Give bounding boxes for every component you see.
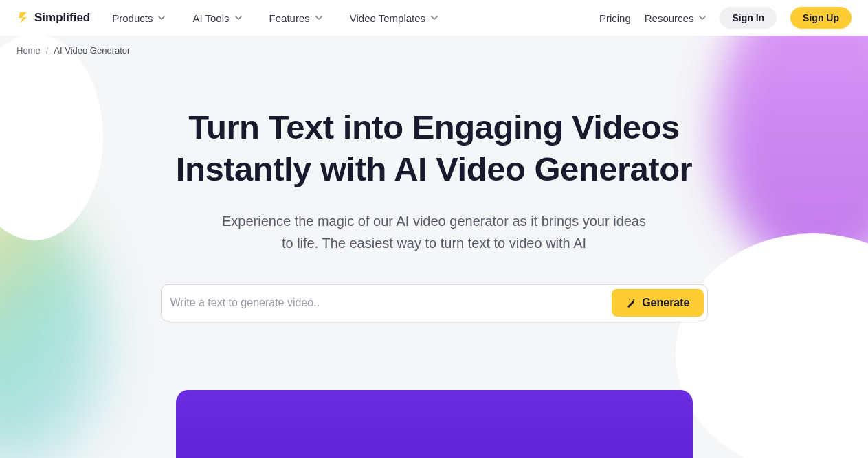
site-header: Simplified Products AI Tools Features Vi… [0, 0, 868, 36]
chevron-down-icon [699, 14, 706, 21]
nav-video-templates[interactable]: Video Templates [350, 12, 438, 24]
breadcrumb-separator: / [46, 45, 49, 56]
page-subtitle: Experience the magic of our AI video gen… [221, 210, 647, 254]
nav-features[interactable]: Features [269, 12, 322, 24]
chevron-down-icon [235, 14, 242, 21]
brand-name: Simplified [34, 11, 90, 25]
prompt-input-bar: Generate [161, 284, 708, 321]
chevron-down-icon [315, 14, 322, 21]
prompt-input[interactable] [165, 288, 612, 317]
video-preview-panel [176, 390, 693, 459]
chevron-down-icon [431, 14, 438, 21]
nav-ai-tools[interactable]: AI Tools [192, 12, 241, 24]
sign-in-button[interactable]: Sign In [720, 7, 777, 29]
nav-label: AI Tools [192, 12, 229, 24]
svg-point-0 [629, 299, 630, 300]
main-nav: Products AI Tools Features Video Templat… [112, 12, 438, 24]
generate-label: Generate [642, 297, 689, 309]
nav-label: Resources [645, 12, 694, 24]
hero-section: Turn Text into Engaging Videos Instantly… [0, 65, 868, 458]
brand-logo[interactable]: Simplified [16, 11, 90, 25]
breadcrumb: Home / AI Video Generator [0, 36, 868, 65]
page-title: Turn Text into Engaging Videos Instantly… [125, 106, 744, 191]
nav-products[interactable]: Products [112, 12, 165, 24]
nav-label: Features [269, 12, 310, 24]
chevron-down-icon [158, 14, 165, 21]
breadcrumb-home[interactable]: Home [16, 45, 41, 56]
nav-label: Products [112, 12, 153, 24]
nav-pricing[interactable]: Pricing [599, 12, 631, 24]
sign-up-button[interactable]: Sign Up [790, 7, 852, 29]
nav-resources[interactable]: Resources [645, 12, 706, 24]
nav-label: Video Templates [350, 12, 425, 24]
breadcrumb-current: AI Video Generator [54, 45, 130, 56]
generate-button[interactable]: Generate [612, 289, 703, 317]
simplified-logo-icon [16, 11, 30, 25]
nav-right: Pricing Resources Sign In Sign Up [599, 7, 852, 29]
magic-wand-icon [625, 297, 636, 308]
